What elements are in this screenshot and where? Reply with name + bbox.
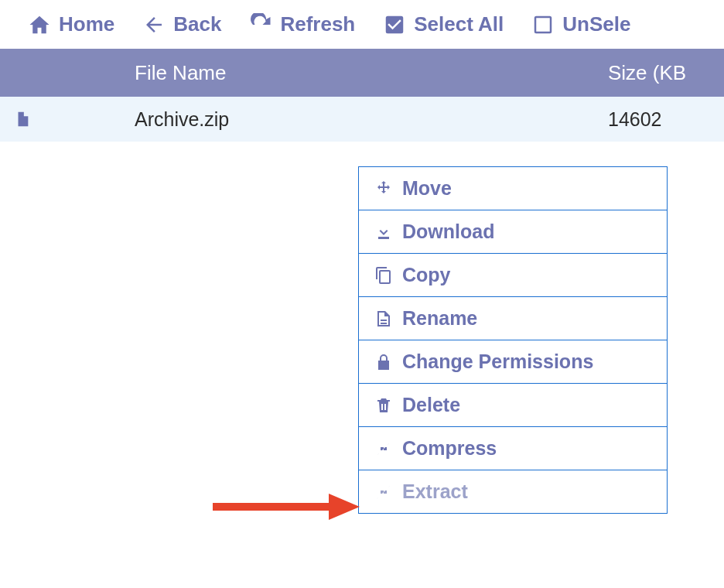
unselect-label: UnSele (562, 12, 630, 36)
home-label: Home (59, 12, 114, 36)
menu-extract-label: Extract (402, 480, 468, 503)
select-all-button[interactable]: Select All (383, 12, 504, 36)
checkbox-checked-icon (383, 13, 406, 36)
menu-extract[interactable]: Extract (359, 470, 667, 513)
file-icon (14, 108, 31, 130)
menu-permissions-label: Change Permissions (402, 350, 593, 373)
refresh-button[interactable]: Refresh (249, 12, 355, 36)
back-label: Back (173, 12, 221, 36)
menu-delete-label: Delete (402, 394, 460, 416)
menu-download[interactable]: Download (359, 210, 667, 254)
copy-icon (374, 266, 393, 285)
menu-rename-label: Rename (402, 307, 477, 330)
move-icon (374, 179, 393, 198)
select-all-label: Select All (414, 12, 504, 36)
menu-rename[interactable]: Rename (359, 297, 667, 340)
home-button[interactable]: Home (28, 12, 114, 36)
menu-download-label: Download (402, 220, 494, 243)
annotation-arrow-icon (213, 487, 367, 526)
menu-compress[interactable]: Compress (359, 427, 667, 470)
home-icon (28, 13, 51, 36)
back-button[interactable]: Back (142, 12, 221, 36)
file-size: 14602 (608, 108, 724, 131)
menu-copy[interactable]: Copy (359, 254, 667, 297)
header-name[interactable]: File Name (135, 61, 608, 85)
menu-compress-label: Compress (402, 437, 497, 460)
menu-move-label: Move (402, 177, 452, 200)
menu-delete[interactable]: Delete (359, 384, 667, 427)
expand-icon (374, 483, 393, 501)
compress-icon (374, 439, 393, 458)
context-menu: Move Download Copy Rename Change Permiss… (358, 166, 668, 514)
refresh-label: Refresh (280, 12, 355, 36)
svg-marker-1 (329, 494, 360, 520)
refresh-icon (249, 13, 272, 36)
menu-move[interactable]: Move (359, 167, 667, 210)
download-icon (374, 223, 393, 241)
arrow-left-icon (142, 13, 166, 36)
trash-icon (374, 396, 393, 415)
rename-icon (374, 309, 393, 328)
lock-icon (374, 353, 393, 371)
table-row[interactable]: Archive.zip 14602 (0, 97, 724, 142)
menu-permissions[interactable]: Change Permissions (359, 340, 667, 384)
table-header: File Name Size (KB (0, 49, 724, 97)
toolbar: Home Back Refresh Select All UnSele (0, 0, 724, 49)
menu-copy-label: Copy (402, 264, 451, 286)
file-name: Archive.zip (135, 108, 608, 131)
unselect-button[interactable]: UnSele (531, 12, 630, 36)
checkbox-empty-icon (531, 13, 555, 36)
file-icon-cell (0, 108, 135, 130)
header-size[interactable]: Size (KB (608, 61, 724, 85)
